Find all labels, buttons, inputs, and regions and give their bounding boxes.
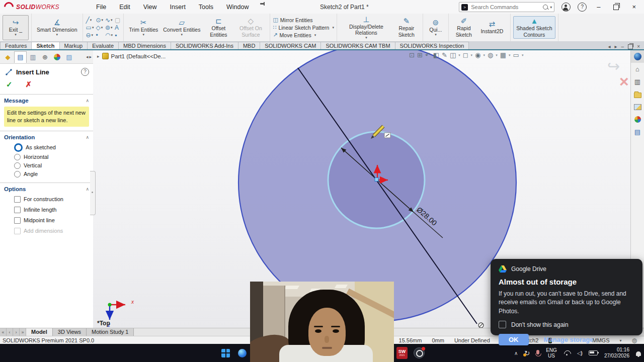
tab-sketch[interactable]: Sketch	[31, 42, 59, 49]
message-section-header[interactable]: Message ∧	[0, 95, 93, 106]
spline-tool[interactable]: ∿▾	[105, 17, 113, 24]
shaded-sketch-contours-button[interactable]: ▲ Shaded Sketch Contours	[513, 16, 555, 38]
smart-dimension-button[interactable]: ∡ Smart Dimension ▾	[34, 18, 80, 37]
annotations-icon[interactable]: ✎	[442, 51, 447, 59]
sketch-dot-tool[interactable]: ▪	[114, 32, 121, 39]
battery-icon[interactable]	[589, 350, 598, 355]
tab-markup[interactable]: Markup	[59, 42, 88, 49]
panel-help-icon[interactable]: ?	[81, 68, 89, 76]
menu-insert[interactable]: Insert	[164, 2, 192, 13]
exit-caret-icon[interactable]: ▾	[15, 33, 17, 36]
doc-close-button[interactable]: ×	[637, 44, 640, 49]
radio-horizontal[interactable]: Horizontal	[0, 153, 93, 161]
tab-model[interactable]: Model	[26, 328, 53, 336]
ok-button[interactable]: OK	[499, 334, 529, 345]
previous-view-icon[interactable]: ↶	[425, 51, 431, 59]
line-endpoint-handle[interactable]	[375, 178, 378, 182]
arc-tool[interactable]: ◠▾	[105, 32, 113, 39]
manage-storage-link[interactable]: Manage storage	[544, 336, 594, 343]
clock[interactable]: 01:16 27/02/2026	[604, 347, 629, 359]
tab-solidworks-cam-tbm[interactable]: SOLIDWORKS CAM TBM	[320, 42, 395, 49]
checkbox-infinite-length[interactable]: Infinite length	[0, 205, 93, 215]
dimxpert-manager-tab[interactable]: ⊕	[39, 51, 51, 62]
sketch-confirmation-cancel-icon[interactable]: ×	[619, 72, 629, 91]
minimize-button[interactable]: –	[594, 3, 603, 12]
flyout-feature-tree[interactable]: ▸ Part1 (Default<<De...	[97, 53, 166, 59]
featuremanager-tree-tab[interactable]: ◆	[2, 51, 14, 62]
restore-button[interactable]	[613, 5, 619, 10]
checkbox-midpoint-line[interactable]: Midpoint line	[0, 215, 93, 226]
display-manager-tab[interactable]	[51, 51, 63, 62]
command-search-box[interactable]: > ▾	[459, 2, 554, 12]
taskbar-solidworks-icon[interactable]: SW 2021	[396, 347, 408, 359]
collapse-icon[interactable]: ∧	[86, 98, 89, 103]
doc-tab-scroll-right-icon[interactable]: ▸	[615, 44, 617, 49]
section-view-icon[interactable]: ◧	[433, 51, 439, 59]
rapid-sketch-button[interactable]: ✐ Rapid Sketch	[451, 17, 476, 38]
ellipse-tool[interactable]: ⊚▾	[105, 24, 113, 31]
doc-restore-button[interactable]	[628, 44, 633, 49]
display-style-caret-icon[interactable]: ▾	[471, 53, 473, 57]
tab-motion-study[interactable]: Motion Study 1	[87, 328, 134, 336]
tray-overflow-icon[interactable]: ∧	[514, 350, 518, 356]
configuration-manager-tab[interactable]: ▥	[27, 51, 39, 62]
trim-entities-button[interactable]: ✂ Trim Entities ▾	[126, 18, 160, 37]
zoom-area-icon[interactable]: ⊞	[417, 51, 423, 59]
volume-icon[interactable]: ◁)	[577, 350, 582, 356]
edit-appearance-icon[interactable]: ◍	[488, 51, 493, 59]
appearance-caret-icon[interactable]: ▾	[496, 53, 498, 57]
wifi-icon[interactable]	[564, 350, 571, 355]
camera-icon[interactable]: ▭	[513, 51, 519, 59]
collapse-icon[interactable]: ∧	[86, 135, 89, 140]
view-orientation-icon[interactable]: ◫	[450, 51, 456, 59]
linear-sketch-pattern-button[interactable]: ∷ Linear Sketch Pattern ▾	[273, 24, 334, 31]
menu-file[interactable]: File	[90, 2, 113, 13]
menu-window[interactable]: Window	[220, 2, 255, 13]
repair-sketch-button[interactable]: ✎ Repair Sketch	[393, 17, 420, 38]
zoom-fit-icon[interactable]: ⊡	[409, 51, 415, 59]
hide-show-items-icon[interactable]: ◉	[475, 51, 480, 59]
tab-nav-last-icon[interactable]: »	[20, 328, 26, 336]
search-icon[interactable]	[543, 5, 548, 10]
text-tool[interactable]: A	[114, 24, 121, 31]
view-orientation-caret-icon[interactable]: ▾	[458, 53, 460, 57]
checkbox-for-construction[interactable]: For construction	[0, 194, 93, 205]
doc-tab-scroll-left-icon[interactable]: ◂	[608, 44, 611, 49]
convert-caret-icon[interactable]: ▾	[181, 33, 183, 36]
radio-as-sketched[interactable]: As sketched	[0, 142, 93, 153]
file-explorer-button[interactable]	[631, 88, 644, 101]
options-section-header[interactable]: Options ∧	[0, 183, 93, 194]
tab-solidworks-cam[interactable]: SOLIDWORKS CAM	[260, 42, 321, 49]
display-style-icon[interactable]: ◻	[463, 51, 468, 59]
pin-menu-icon[interactable]	[260, 2, 265, 7]
exit-sketch-button[interactable]: ↪ Exit _ ▾	[3, 15, 29, 40]
sync-status-icon[interactable]: ↻	[524, 349, 530, 357]
menu-edit[interactable]: Edit	[113, 2, 137, 13]
3dexperience-pane-button[interactable]	[631, 50, 644, 63]
tab-features[interactable]: Features	[0, 42, 32, 49]
line-tool[interactable]: ╱▾	[86, 17, 95, 24]
offset-entities-button[interactable]: ⊏ Offset Entities	[203, 17, 234, 38]
close-button[interactable]: ×	[629, 3, 639, 12]
design-library-button[interactable]: ▥	[631, 75, 644, 88]
menu-tools[interactable]: Tools	[192, 2, 220, 13]
edge-browser-icon[interactable]	[238, 349, 247, 357]
tab-mbd[interactable]: MBD	[238, 42, 260, 49]
start-button[interactable]	[221, 349, 230, 357]
home-pane-button[interactable]: ⌂	[631, 63, 644, 75]
language-indicator[interactable]: ENG US	[546, 347, 557, 359]
obs-recording-icon[interactable]	[414, 347, 425, 358]
quick-snaps-caret-icon[interactable]: ▾	[435, 33, 437, 36]
tab-nav-first-icon[interactable]: «	[0, 328, 7, 336]
point-tool[interactable]: •	[95, 32, 104, 39]
sketch-confirmation-exit-icon[interactable]: ↪	[607, 57, 620, 75]
collapse-icon[interactable]: ∧	[86, 187, 89, 192]
doc-minimize-button[interactable]: –	[621, 44, 624, 49]
fm-scroll-right-icon[interactable]: ▸	[89, 54, 92, 59]
account-icon[interactable]	[561, 3, 571, 12]
instant2d-button[interactable]: ⇄ Instant2D	[476, 20, 508, 35]
ok-button[interactable]: ✓	[6, 80, 13, 89]
search-input[interactable]	[470, 4, 541, 11]
mirror-entities-button[interactable]: ◫ Mirror Entities	[273, 17, 334, 23]
menu-view[interactable]: View	[137, 2, 164, 13]
